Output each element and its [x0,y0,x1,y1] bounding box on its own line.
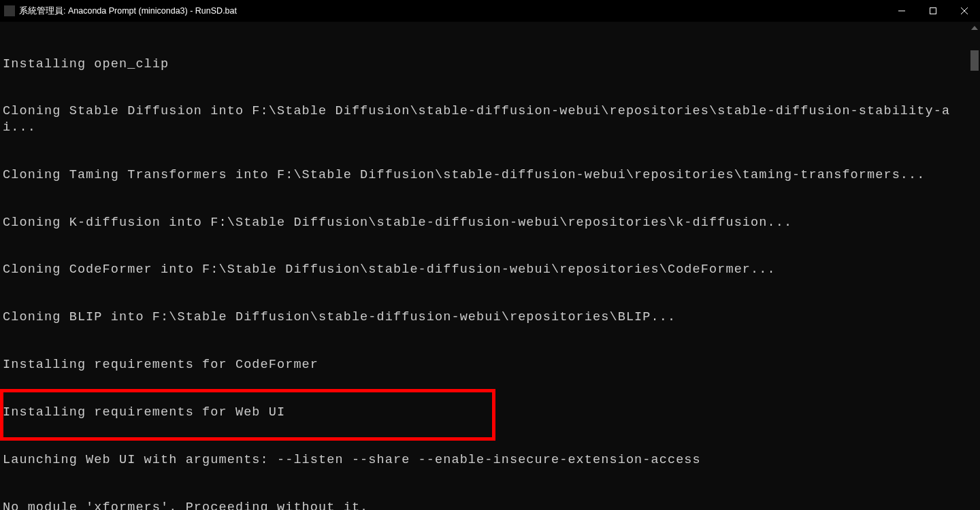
console-line: No module 'xformers'. Proceeding without… [3,500,976,510]
scrollbar-up-icon[interactable] [969,22,980,34]
window-titlebar: 系統管理員: Anaconda Prompt (miniconda3) - Ru… [0,0,980,22]
close-button[interactable] [949,0,980,22]
maximize-button[interactable] [917,0,949,22]
console-line: Installing requirements for CodeFormer [3,357,976,373]
app-icon [4,5,15,16]
console-line: Cloning Stable Diffusion into F:\Stable … [3,103,976,135]
console-line: Installing open_clip [3,56,976,72]
console-line: Cloning CodeFormer into F:\Stable Diffus… [3,262,976,277]
svg-rect-1 [930,8,936,14]
window-controls [886,0,980,22]
titlebar-left: 系統管理員: Anaconda Prompt (miniconda3) - Ru… [4,5,237,17]
console-line: Installing requirements for Web UI [3,405,976,420]
minimize-button[interactable] [886,0,917,22]
terminal-output[interactable]: Installing open_clip Cloning Stable Diff… [0,22,980,510]
window-title: 系統管理員: Anaconda Prompt (miniconda3) - Ru… [19,5,237,17]
scrollbar-thumb[interactable] [970,50,979,71]
console-line: Cloning Taming Transformers into F:\Stab… [3,167,976,183]
console-line: Launching Web UI with arguments: --liste… [3,452,976,468]
console-line: Cloning BLIP into F:\Stable Diffusion\st… [3,309,976,325]
console-line: Cloning K-diffusion into F:\Stable Diffu… [3,215,976,231]
vertical-scrollbar[interactable] [969,22,980,510]
